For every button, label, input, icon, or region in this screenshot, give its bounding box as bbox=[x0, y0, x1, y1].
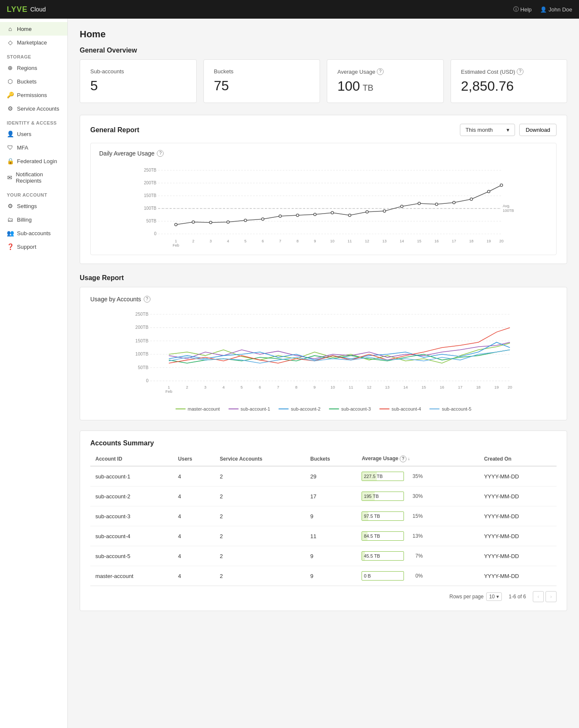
cell-buckets: 29 bbox=[305, 466, 356, 486]
avg-usage-info-icon[interactable]: ? bbox=[377, 68, 384, 75]
svg-text:17: 17 bbox=[458, 385, 462, 389]
avg-usage-col-info[interactable]: ? bbox=[400, 456, 406, 462]
svg-text:50TB: 50TB bbox=[138, 365, 148, 370]
svg-text:14: 14 bbox=[404, 385, 408, 389]
topnav: LYVE Cloud ⓘ Help 👤 John Doe bbox=[0, 0, 579, 19]
next-page-button[interactable]: › bbox=[546, 591, 557, 602]
svg-point-26 bbox=[366, 211, 368, 213]
cell-avg-usage: 45.5 TB 7% bbox=[356, 546, 479, 566]
usage-pct: 7% bbox=[407, 553, 423, 559]
users-icon: 👤 bbox=[7, 131, 14, 137]
sidebar-item-service-accounts[interactable]: ⚙ Service Accounts bbox=[0, 102, 67, 115]
billing-icon: 🗂 bbox=[7, 216, 14, 223]
sort-avg-usage-icon[interactable]: ↓ bbox=[408, 456, 412, 461]
svg-point-22 bbox=[296, 214, 299, 217]
svg-text:100TB: 100TB bbox=[135, 352, 148, 356]
prev-page-button[interactable]: ‹ bbox=[533, 591, 544, 602]
cell-avg-usage: 195 TB 30% bbox=[356, 486, 479, 506]
user-menu[interactable]: 👤 John Doe bbox=[540, 6, 572, 13]
sidebar-item-settings[interactable]: ⚙ Settings bbox=[0, 199, 67, 213]
card-label-subaccounts: Sub-accounts bbox=[90, 68, 186, 75]
svg-text:14: 14 bbox=[400, 239, 404, 243]
rows-per-page-select[interactable]: 10 ▾ bbox=[486, 592, 502, 601]
time-filter-select[interactable]: This month ▾ bbox=[460, 124, 515, 136]
download-button[interactable]: Download bbox=[519, 124, 557, 136]
cell-users: 4 bbox=[173, 546, 215, 566]
svg-point-16 bbox=[192, 221, 195, 223]
svg-text:17: 17 bbox=[452, 239, 456, 243]
svg-text:200TB: 200TB bbox=[144, 181, 157, 185]
overview-cards: Sub-accounts 5 Buckets 75 Average Usage … bbox=[80, 59, 567, 103]
cell-service-accounts: 2 bbox=[215, 486, 305, 506]
svg-text:19: 19 bbox=[494, 385, 498, 389]
svg-text:2: 2 bbox=[186, 385, 188, 389]
usage-pct: 13% bbox=[407, 533, 423, 539]
svg-text:150TB: 150TB bbox=[135, 339, 148, 343]
usage-bar-text: 195 TB bbox=[364, 494, 379, 499]
svg-text:19: 19 bbox=[487, 239, 491, 243]
overview-card-buckets: Buckets 75 bbox=[203, 59, 320, 103]
usage-chart-info-icon[interactable]: ? bbox=[144, 296, 150, 303]
sidebar-label-marketplace: Marketplace bbox=[17, 39, 47, 46]
legend-sub-account-3: sub-account-3 bbox=[329, 406, 371, 411]
sidebar-item-buckets[interactable]: ⬡ Buckets bbox=[0, 75, 67, 88]
daily-chart-info-icon[interactable]: ? bbox=[157, 150, 164, 157]
sidebar-label-regions: Regions bbox=[17, 65, 37, 71]
card-value-est-cost: 2,850.76 bbox=[461, 78, 557, 94]
user-icon: 👤 bbox=[540, 6, 547, 13]
service-accounts-icon: ⚙ bbox=[7, 105, 14, 112]
cell-buckets: 11 bbox=[305, 526, 356, 546]
sidebar-item-notification-recipients[interactable]: ✉ Notification Recipients bbox=[0, 168, 67, 187]
svg-text:11: 11 bbox=[348, 239, 352, 243]
svg-text:4: 4 bbox=[227, 239, 229, 243]
accounts-table: Account ID Users Service Accounts Bucket… bbox=[90, 452, 557, 586]
general-report-title: General Report bbox=[90, 126, 139, 134]
est-cost-info-icon[interactable]: ? bbox=[517, 68, 523, 75]
cell-service-accounts: 2 bbox=[215, 526, 305, 546]
usage-by-accounts-title: Usage by Accounts ? bbox=[90, 296, 557, 303]
col-buckets: Buckets bbox=[305, 452, 356, 466]
usage-bar-wrap: 45.5 TB bbox=[362, 551, 404, 561]
general-report-section: General Report This month ▾ Download Dai… bbox=[80, 115, 567, 264]
usage-bar-text: 97.5 TB bbox=[364, 514, 380, 519]
help-link[interactable]: ⓘ Help bbox=[513, 6, 532, 13]
sidebar-item-mfa[interactable]: 🛡 MFA bbox=[0, 141, 67, 154]
svg-text:18: 18 bbox=[476, 385, 480, 389]
usage-pct: 35% bbox=[407, 473, 423, 479]
sidebar-label-home: Home bbox=[17, 26, 32, 32]
sidebar-item-permissions[interactable]: 🔑 Permissions bbox=[0, 88, 67, 102]
svg-text:1: 1 bbox=[168, 385, 170, 389]
card-value-subaccounts: 5 bbox=[90, 78, 186, 94]
col-avg-usage: Average Usage ? ↓ bbox=[356, 452, 479, 466]
cell-users: 4 bbox=[173, 486, 215, 506]
usage-pct: 30% bbox=[407, 493, 423, 499]
legend-color-master bbox=[175, 408, 186, 409]
page-title: Home bbox=[80, 29, 567, 40]
svg-text:100TB: 100TB bbox=[503, 208, 514, 213]
sidebar-item-billing[interactable]: 🗂 Billing bbox=[0, 213, 67, 226]
sub-accounts-icon: 👥 bbox=[7, 230, 14, 236]
sidebar-label-notification-recipients: Notification Recipients bbox=[16, 171, 61, 184]
accounts-summary-title: Accounts Summary bbox=[90, 439, 557, 447]
sidebar-item-users[interactable]: 👤 Users bbox=[0, 127, 67, 141]
legend-sub-account-5: sub-account-5 bbox=[429, 406, 471, 411]
card-label-avg-usage: Average Usage ? bbox=[337, 68, 433, 75]
svg-point-28 bbox=[401, 205, 403, 208]
sidebar-item-federated-login[interactable]: 🔒 Federated Login bbox=[0, 154, 67, 168]
sidebar-item-support[interactable]: ❓ Support bbox=[0, 240, 67, 253]
svg-point-15 bbox=[175, 223, 177, 226]
svg-point-27 bbox=[383, 210, 386, 212]
svg-text:9: 9 bbox=[314, 239, 316, 243]
sidebar-label-users: Users bbox=[17, 131, 31, 137]
pagination-range: 1-6 of 6 bbox=[509, 594, 526, 600]
sidebar-item-sub-accounts[interactable]: 👥 Sub-accounts bbox=[0, 226, 67, 240]
svg-text:150TB: 150TB bbox=[144, 193, 157, 198]
accounts-summary-section: Accounts Summary Account ID Users Servic… bbox=[80, 431, 567, 611]
sidebar-item-home[interactable]: ⌂ Home bbox=[0, 22, 67, 36]
table-header-row: Account ID Users Service Accounts Bucket… bbox=[90, 452, 557, 466]
cell-avg-usage: 97.5 TB 15% bbox=[356, 506, 479, 526]
sidebar-item-regions[interactable]: ⊕ Regions bbox=[0, 61, 67, 75]
table-footer: Rows per page 10 ▾ 1-6 of 6 ‹ › bbox=[90, 586, 557, 602]
cell-account-id: sub-account-2 bbox=[90, 486, 173, 506]
sidebar-item-marketplace[interactable]: ◇ Marketplace bbox=[0, 36, 67, 49]
